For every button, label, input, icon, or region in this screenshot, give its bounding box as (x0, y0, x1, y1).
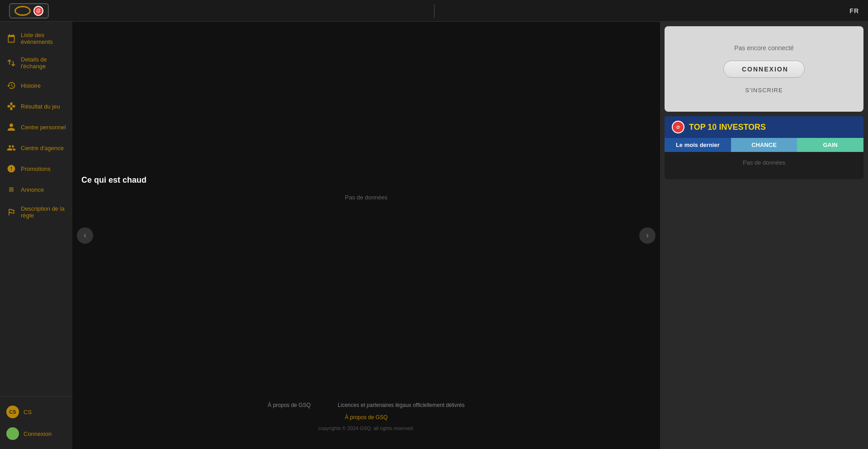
exchange-icon (6, 58, 16, 68)
cs-icon: CS (6, 406, 19, 418)
footer-link2-label: À propos de GSQ (345, 414, 388, 421)
header-lang[interactable]: FR (849, 7, 859, 14)
login-card: Pas encore connecté CONNEXION S'INSCRIRE (665, 26, 863, 112)
calendar-icon (6, 33, 16, 43)
not-connected-text: Pas encore connecté (734, 44, 794, 52)
arrow-left-button[interactable]: ‹ (77, 227, 93, 244)
main-layout: Liste des événements Details de l'échang… (0, 22, 868, 449)
right-panel: Pas encore connecté CONNEXION S'INSCRIRE… (660, 22, 868, 449)
sidebar-item-label: Promotions (21, 165, 51, 172)
logo-box: @ (9, 3, 49, 19)
sidebar-item-label: Centre personnel (21, 124, 66, 131)
sidebar-cs[interactable]: CS CS (0, 401, 72, 423)
top10-logo: @ (672, 121, 684, 133)
agency-icon (6, 143, 16, 153)
game-icon (6, 101, 16, 111)
person-icon (6, 122, 16, 132)
sidebar-bottom: CS CS Connexion (0, 396, 72, 449)
footer-links: À propos de GSQ Licences et partenaires … (90, 402, 642, 408)
top10-body: Pas de données (665, 152, 863, 179)
connexion-avatar (6, 427, 19, 440)
sidebar-item-label: Histoire (21, 82, 41, 89)
sidebar-item-centre-agence[interactable]: Centre d'agence (0, 137, 72, 158)
footer-link-about[interactable]: À propos de GSQ (268, 402, 311, 408)
top10-title: TOP 10 INVESTORS (689, 123, 766, 132)
hot-title: Ce qui est chaud (81, 175, 651, 185)
top10-tabs: Le mois dernier CHANCE GAIN (665, 138, 863, 152)
sidebar-item-label: Details de l'échange (21, 56, 66, 70)
sidebar-item-annonce[interactable]: Annonce (0, 179, 72, 200)
connexion-label: Connexion (24, 430, 52, 437)
header-divider (434, 4, 434, 18)
header: @ FR (0, 0, 868, 22)
top10-tab-chance[interactable]: CHANCE (731, 138, 797, 152)
register-link[interactable]: S'INSCRIRE (745, 87, 783, 94)
promo-icon (6, 164, 16, 174)
sidebar-item-liste-evenements[interactable]: Liste des événements (0, 26, 72, 51)
logo-oval (14, 6, 31, 16)
logo[interactable]: @ (9, 3, 49, 19)
sidebar: Liste des événements Details de l'échang… (0, 22, 72, 449)
top10-tab-gain[interactable]: GAIN (797, 138, 863, 152)
sidebar-item-description-regle[interactable]: Description de la règle (0, 200, 72, 224)
sidebar-item-label: Centre d'agence (21, 145, 64, 151)
hot-empty: Pas de données (81, 194, 651, 201)
rule-icon (6, 207, 16, 217)
top10-header: @ TOP 10 INVESTORS (665, 116, 863, 138)
connexion-button[interactable]: CONNEXION (723, 61, 805, 78)
sidebar-item-details-echange[interactable]: Details de l'échange (0, 51, 72, 75)
footer-link-licences[interactable]: Licences et partenaires légaux officiell… (338, 402, 465, 408)
logo-circle: @ (33, 6, 43, 16)
main-content: ‹ › Ce qui est chaud Pas de données À pr… (72, 22, 660, 449)
history-icon (6, 80, 16, 90)
sidebar-item-label: Liste des événements (21, 32, 66, 45)
announce-icon (6, 184, 16, 194)
footer-link-about2[interactable]: À propos de GSQ (90, 413, 642, 421)
sidebar-item-label: Description de la règle (21, 205, 66, 219)
footer-copyright: copyrights © 2024 GSQ. all rights reserv… (90, 425, 642, 431)
arrow-right-button[interactable]: › (639, 227, 656, 244)
footer: À propos de GSQ Licences et partenaires … (81, 393, 651, 440)
sidebar-item-histoire[interactable]: Histoire (0, 75, 72, 96)
cs-label: CS (24, 409, 32, 416)
hot-section: Ce qui est chaud Pas de données (81, 175, 651, 201)
sidebar-connexion[interactable]: Connexion (0, 423, 72, 444)
sidebar-item-centre-personnel[interactable]: Centre personnel (0, 117, 72, 137)
top10-card: @ TOP 10 INVESTORS Le mois dernier CHANC… (665, 116, 863, 179)
sidebar-item-promotions[interactable]: Promotions (0, 158, 72, 179)
sidebar-item-resultat-jeu[interactable]: Résultat du jeu (0, 96, 72, 117)
sidebar-item-label: Résultat du jeu (21, 103, 60, 110)
sidebar-item-label: Annonce (21, 186, 44, 193)
top10-empty: Pas de données (672, 159, 856, 166)
top10-tab-last-month[interactable]: Le mois dernier (665, 138, 731, 152)
